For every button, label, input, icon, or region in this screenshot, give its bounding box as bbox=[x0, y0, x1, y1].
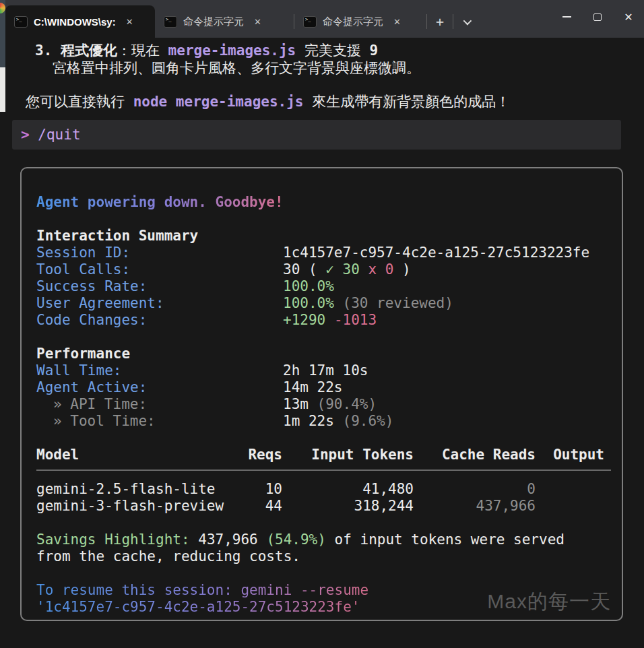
run-hint-line: 您可以直接執行 node merge-images.js 來生成帶有新背景顏色的… bbox=[26, 93, 510, 110]
user-agreement-note: (30 reviewed) bbox=[334, 295, 453, 311]
resume-command: To resume this session: gemini --resume bbox=[36, 582, 368, 599]
header-reqs: Reqs bbox=[245, 447, 282, 463]
savings-label: Savings Highlight: bbox=[36, 531, 190, 548]
prompt-caret: > bbox=[21, 127, 30, 143]
background-window-titlebar bbox=[0, 0, 5, 67]
savings-highlight-line-1: Savings Highlight: 437,966 (54.9%) of in… bbox=[36, 531, 565, 548]
prompt-input-bar[interactable]: > /quit bbox=[12, 120, 621, 150]
success-rate-row: Success Rate:100.0% bbox=[36, 278, 334, 295]
cell-output bbox=[536, 498, 604, 515]
tab-bar: >_ C:\WINDOWS\sy: ✕ >_ 命令提示字元 ✕ >_ 命令提示字… bbox=[5, 0, 644, 38]
api-time-label: » API Time: bbox=[36, 396, 283, 413]
cmd-prompt-icon: >_ bbox=[303, 16, 317, 28]
agent-active-value: 14m 22s bbox=[283, 379, 343, 395]
tab-cmd-3[interactable]: >_ 命令提示字元 ✕ bbox=[294, 5, 426, 38]
tab-close-icon[interactable]: ✕ bbox=[250, 15, 265, 28]
header-cache-reads: Cache Reads bbox=[414, 447, 536, 463]
space bbox=[325, 312, 334, 328]
cell-cache-reads: 437,966 bbox=[414, 498, 536, 515]
optimization-line-2: 宮格置中排列、圓角卡片風格、多行文字背景與座標微調。 bbox=[53, 59, 420, 77]
user-agreement-value: 100.0% bbox=[283, 295, 334, 311]
close-icon: ✕ bbox=[624, 11, 633, 24]
table-row: gemini-3-flash-preview 44 318,244 437,96… bbox=[36, 498, 604, 515]
header-input-tokens: Input Tokens bbox=[282, 447, 414, 463]
savings-value: 437,966 bbox=[198, 531, 258, 548]
prompt-command: /quit bbox=[38, 127, 80, 143]
tool-calls-close: ) bbox=[393, 261, 410, 278]
tab-close-icon[interactable]: ✕ bbox=[389, 15, 405, 28]
point-title: 程式優化 bbox=[61, 42, 117, 59]
wall-time-row: Wall Time:2h 17m 10s bbox=[36, 362, 368, 379]
maximize-button[interactable] bbox=[582, 0, 613, 34]
savings-highlight-line-2: from the cache, reducing costs. bbox=[36, 548, 300, 565]
session-id-row: Session ID:1c4157e7-c957-4c2e-a125-27c51… bbox=[36, 245, 589, 261]
optimization-line-1: 3. 程式優化：現在 merge-images.js 完美支援 9 bbox=[35, 42, 378, 59]
tool-calls-success: ✓ 30 bbox=[325, 261, 360, 278]
watermark: Max的每一天 bbox=[487, 588, 611, 616]
tab-close-icon[interactable]: ✕ bbox=[122, 15, 137, 28]
tool-calls-fail: x 0 bbox=[368, 261, 393, 278]
background-window-edge bbox=[0, 0, 5, 648]
point-mid-text: 完美支援 bbox=[296, 42, 369, 59]
code-filename: merge-images.js bbox=[168, 42, 296, 59]
tool-calls-open: 30 ( bbox=[283, 261, 325, 278]
tab-cmd-2[interactable]: >_ 命令提示字元 ✕ bbox=[155, 5, 294, 38]
tab-title: 命令提示字元 bbox=[323, 15, 383, 28]
hint-pre-text: 您可以直接執行 bbox=[26, 94, 133, 110]
colon: ： bbox=[117, 42, 131, 59]
cmd-prompt-icon-glyph: >_ bbox=[305, 18, 311, 22]
code-command: node merge-images.js bbox=[133, 94, 304, 110]
tab-dropdown-button[interactable] bbox=[453, 5, 479, 38]
space bbox=[258, 531, 267, 548]
window-controls: ✕ bbox=[551, 0, 644, 34]
tab-cmd-active[interactable]: >_ C:\WINDOWS\sy: ✕ bbox=[5, 5, 155, 38]
cell-input-tokens: 318,244 bbox=[282, 498, 414, 515]
session-summary-box: Agent powering down. Goodbye! Interactio… bbox=[20, 167, 623, 621]
user-agreement-row: User Agreement:100.0% (30 reviewed) bbox=[36, 295, 453, 312]
tab-strip: >_ C:\WINDOWS\sy: ✕ >_ 命令提示字元 ✕ >_ 命令提示字… bbox=[5, 5, 479, 38]
cmd-prompt-icon: >_ bbox=[164, 16, 177, 28]
space bbox=[360, 261, 368, 278]
success-rate-value: 100.0% bbox=[283, 278, 334, 294]
session-id-label: Session ID: bbox=[36, 245, 283, 261]
agent-active-label: Agent Active: bbox=[36, 379, 283, 396]
minimize-button[interactable] bbox=[551, 0, 582, 34]
success-rate-label: Success Rate: bbox=[36, 278, 283, 295]
hint-post-text: 來生成帶有新背景顏色的成品！ bbox=[304, 94, 511, 110]
api-time-pct: (90.4%) bbox=[317, 396, 377, 412]
list-number: 3. bbox=[35, 42, 52, 59]
cell-reqs: 44 bbox=[245, 498, 282, 515]
session-id-value: 1c4157e7-c957-4c2e-a125-27c5123223fe bbox=[283, 245, 589, 261]
maximize-icon bbox=[593, 13, 602, 21]
plus-icon: + bbox=[436, 13, 444, 30]
tab-title: 命令提示字元 bbox=[183, 15, 244, 28]
chevron-down-icon bbox=[463, 16, 472, 25]
close-window-button[interactable]: ✕ bbox=[613, 0, 644, 34]
grid-count: 9 bbox=[370, 42, 379, 59]
point-pre-text: 現在 bbox=[131, 42, 168, 59]
agent-active-row: Agent Active:14m 22s bbox=[36, 379, 343, 396]
background-window-body bbox=[0, 67, 5, 112]
resume-hint-line-2: '1c4157e7-c957-4c2e-a125-27c5123223fe' bbox=[36, 599, 360, 616]
cmd-prompt-icon: >_ bbox=[14, 16, 28, 28]
savings-text: of input tokens were served bbox=[326, 531, 565, 548]
header-output: Output bbox=[536, 447, 604, 463]
space bbox=[190, 531, 199, 548]
performance-heading: Performance bbox=[36, 346, 130, 362]
cell-cache-reads: 0 bbox=[414, 481, 536, 498]
minimize-icon bbox=[562, 16, 571, 18]
new-tab-button[interactable]: + bbox=[427, 5, 453, 38]
table-row: gemini-2.5-flash-lite 10 41,480 0 bbox=[36, 481, 604, 498]
code-changes-row: Code Changes:+1290 -1013 bbox=[36, 312, 377, 329]
resume-hint-line-1: To resume this session: gemini --resume bbox=[36, 582, 368, 599]
resume-session-id: '1c4157e7-c957-4c2e-a125-27c5123223fe' bbox=[36, 599, 360, 616]
model-table-header: Model Reqs Input Tokens Cache Reads Outp… bbox=[36, 447, 604, 463]
background-app-icon bbox=[0, 3, 5, 13]
wall-time-label: Wall Time: bbox=[36, 362, 283, 379]
tool-time-value: 1m 22s bbox=[283, 413, 343, 429]
tool-calls-row: Tool Calls:30 ( ✓ 30 x 0 ) bbox=[36, 261, 411, 278]
tab-title: C:\WINDOWS\sy: bbox=[34, 16, 116, 28]
cmd-prompt-icon-glyph: >_ bbox=[16, 18, 22, 22]
code-changes-label: Code Changes: bbox=[36, 312, 283, 329]
cell-model: gemini-3-flash-preview bbox=[36, 498, 245, 515]
